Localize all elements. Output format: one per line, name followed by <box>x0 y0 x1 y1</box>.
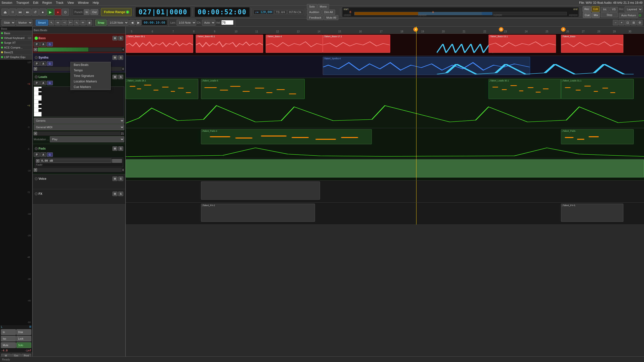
voice-track-lane[interactable] <box>126 180 644 203</box>
instrument-bass21[interactable]: Bass21 <box>0 50 32 55</box>
fader-value-input[interactable] <box>40 159 111 163</box>
instrument-surge[interactable]: Surge XT <box>0 40 32 45</box>
rec-mode-select[interactable]: Layered Replace <box>625 6 642 12</box>
slide-mode-select[interactable]: Slide <box>2 20 15 26</box>
pads-a-btn[interactable]: A <box>40 152 46 157</box>
zoom-out-icon[interactable]: − <box>613 20 618 25</box>
ctx-tempo[interactable]: Tempo <box>71 68 110 73</box>
leads-clip-1[interactable]: ♩Take4_Leads-28.1 <box>126 79 198 99</box>
bass-a-btn[interactable]: A <box>40 42 46 47</box>
fx-mute-btn[interactable]: M <box>112 192 117 196</box>
ctx-location-markers[interactable]: Location Markers <box>71 79 110 84</box>
fx-active-led[interactable] <box>35 192 38 195</box>
cue-button[interactable]: Cue <box>583 12 591 18</box>
snap-button[interactable]: Snap <box>95 20 107 26</box>
solo-main-button[interactable]: Solo <box>16 342 31 348</box>
leads-track-lane[interactable]: ♩Take4_Leads-28.1 ♩Take4_Leads-5 <box>126 78 644 128</box>
pads-mute-btn[interactable]: M <box>112 146 117 151</box>
menu-view[interactable]: View <box>67 1 74 5</box>
transport-play[interactable]: ▶ <box>47 9 54 16</box>
menu-window[interactable]: Window <box>78 1 89 5</box>
tool-draw[interactable]: ✏ <box>80 20 86 25</box>
leads-clip-2[interactable]: ♩Take4_Leads-5 <box>201 79 305 99</box>
stop-button[interactable]: Stop <box>601 12 618 17</box>
bass-mute-btn[interactable]: M <box>112 36 117 40</box>
menu-transport[interactable]: Transport <box>16 1 29 5</box>
fx-clip-1[interactable]: ♩Take4_FX-2 <box>201 204 315 222</box>
tool-trim-right[interactable]: ⊢ <box>68 20 73 25</box>
settings-icon[interactable]: ⚙ <box>637 20 642 25</box>
bass-clip-2[interactable]: ♩Take4_Bass-80.1 <box>196 35 263 53</box>
synths-mute-btn[interactable]: M <box>112 55 117 60</box>
punch-in-button[interactable]: In <box>84 9 90 15</box>
voice-mute-btn[interactable]: M <box>112 176 117 181</box>
smart-button[interactable]: Smart <box>36 20 48 26</box>
transport-icon-2[interactable]: ⌑ <box>9 9 16 16</box>
pads-clip-2[interactable]: ♩Take4_Pads- <box>561 129 633 144</box>
fx-solo-btn[interactable]: S <box>118 192 123 196</box>
green-track-clip[interactable] <box>126 159 644 177</box>
vel-input[interactable] <box>221 20 233 25</box>
transport-extra[interactable]: ⊙ <box>62 9 69 16</box>
bass-track-lane[interactable]: ♩Take4_Bass-39.1 ♩Take4_Bass-80.1 ♩Take4… <box>126 34 644 56</box>
nav-prev[interactable]: ◀ <box>129 20 135 25</box>
bass-active-led[interactable] <box>35 37 38 40</box>
synths-active-led[interactable] <box>35 56 38 59</box>
piano-key-black-4[interactable] <box>38 105 42 108</box>
piano-key-black-5[interactable] <box>38 109 42 112</box>
menu-edit[interactable]: Edit <box>33 1 38 5</box>
pads-track-lane[interactable]: ♩Take4_Pads-4 ♩Take4_Pads- <box>126 128 644 158</box>
menu-track[interactable]: Track <box>56 1 63 5</box>
synths-plugin-close[interactable]: ✕ <box>34 67 37 71</box>
zoom-in-icon[interactable]: + <box>619 20 624 25</box>
ruler-context-trigger[interactable]: Bars:Beats <box>34 29 47 32</box>
leads-active-led[interactable] <box>35 75 38 78</box>
leads-p-btn[interactable]: P <box>34 81 40 85</box>
tool-cursor[interactable]: ↖ <box>49 20 54 25</box>
bass-g-btn[interactable]: G <box>47 42 53 47</box>
marker-mode-select[interactable]: Marker <box>16 20 32 26</box>
tool-erase[interactable]: ◈ <box>87 20 92 25</box>
bass-solo-btn[interactable]: S <box>118 36 123 40</box>
pads-p-btn[interactable]: P <box>34 152 40 157</box>
follow-range-button[interactable]: Follow Range <box>101 8 132 16</box>
piano-key-black-2[interactable] <box>38 92 42 95</box>
mute-all-button[interactable]: Mute All <box>324 15 338 20</box>
instrument-ace-comp[interactable]: ACE Compre... <box>0 45 32 50</box>
transport-rewind[interactable]: ⏮ <box>17 9 24 16</box>
menu-session[interactable]: Session <box>2 1 12 5</box>
mix-button[interactable]: Mix <box>592 12 600 18</box>
bass-clip-4[interactable]: ♩Take4_Bass-17.1 <box>323 35 390 53</box>
synths-g-btn[interactable]: G <box>47 61 53 66</box>
ctx-cue-markers[interactable]: Cue Markers <box>71 84 110 90</box>
voice-active-led[interactable] <box>35 177 38 180</box>
feedback-button[interactable]: Feedback <box>307 15 324 20</box>
modulation-mode-select[interactable]: Play Record <box>50 136 124 142</box>
auto-return-button[interactable]: Auto Return <box>619 13 638 18</box>
vs-button[interactable]: VS <box>610 7 618 12</box>
piano-key-white-7[interactable] <box>34 112 42 116</box>
ch-select[interactable]: Auto 1 2 <box>202 20 215 26</box>
bpm-input[interactable] <box>254 10 274 14</box>
pads-clip-1[interactable]: ♩Take4_Pads-4 <box>201 129 372 144</box>
iso-button[interactable]: Iso <box>1 336 16 341</box>
voice-clip-1[interactable] <box>201 182 320 200</box>
green-track-lane[interactable] <box>126 158 644 180</box>
piano-key-white-3[interactable] <box>34 95 42 100</box>
bars-beats-option[interactable]: Bars:Beats <box>34 29 47 32</box>
ctx-time-signature[interactable]: Time Signature <box>71 73 110 79</box>
bass-clip-1[interactable]: ♩Take4_Bass-39.1 <box>126 35 193 53</box>
tool-select[interactable]: ⇔ <box>55 20 61 25</box>
audition-button[interactable]: Audition <box>307 10 321 15</box>
menu-region[interactable]: Region <box>42 1 52 5</box>
leads-g-btn[interactable]: G <box>47 81 53 85</box>
transport-loop[interactable]: ↺ <box>32 9 39 16</box>
snap-value-select[interactable]: 1/128 Note 1/64 Note 1/32 Note 1/16 Note… <box>107 20 129 26</box>
piano-key-black-3[interactable] <box>38 101 42 104</box>
leads-plugin-2-select[interactable]: General MIDI <box>34 124 124 130</box>
nav-next[interactable]: ▶ <box>136 20 141 25</box>
mute-button[interactable]: Mute <box>1 342 16 348</box>
int-button[interactable]: Int. <box>601 7 609 12</box>
leads-clip-3[interactable]: ♩Take4_Leads-30.1 <box>489 79 561 99</box>
tool-fade[interactable]: ∿ <box>74 20 79 25</box>
